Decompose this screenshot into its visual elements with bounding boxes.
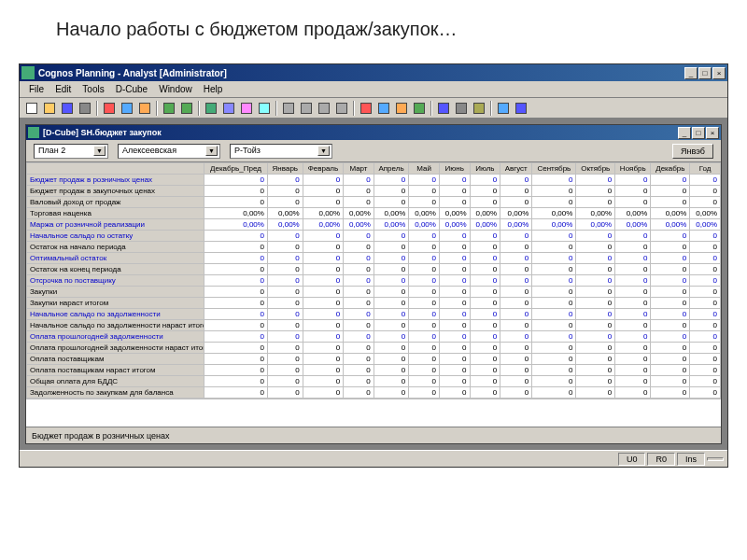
- menu-tools[interactable]: Tools: [77, 82, 109, 96]
- cell[interactable]: 0: [615, 320, 651, 331]
- col-header[interactable]: Февраль: [303, 163, 343, 175]
- cell[interactable]: 0: [344, 242, 374, 253]
- menu-help[interactable]: Help: [198, 82, 229, 96]
- cell[interactable]: 0: [344, 365, 374, 376]
- filter4-button[interactable]: [333, 100, 350, 117]
- cell[interactable]: 0: [532, 376, 576, 387]
- cell[interactable]: 0,00%: [344, 208, 374, 219]
- chart-button[interactable]: [358, 100, 374, 117]
- row-header[interactable]: Остаток на начало периода: [27, 242, 204, 253]
- cell[interactable]: 0: [500, 264, 532, 275]
- col-header[interactable]: Август: [500, 163, 532, 175]
- cut-button[interactable]: [101, 100, 118, 117]
- table-button[interactable]: [375, 100, 392, 117]
- cell[interactable]: 0: [470, 354, 500, 365]
- cell[interactable]: 0: [409, 354, 440, 365]
- cell[interactable]: 0,00%: [576, 219, 615, 231]
- cell[interactable]: 0: [267, 275, 303, 287]
- cell[interactable]: 0: [690, 298, 721, 309]
- cell[interactable]: 0: [532, 197, 576, 208]
- cell[interactable]: 0: [651, 242, 690, 253]
- cell[interactable]: 0: [267, 298, 303, 309]
- row-header[interactable]: Отсрочка по поставщику: [27, 275, 204, 287]
- cell[interactable]: 0: [267, 343, 303, 354]
- cell[interactable]: 0: [303, 309, 343, 320]
- cell[interactable]: 0: [344, 320, 374, 331]
- cell[interactable]: 0: [267, 197, 303, 208]
- cell[interactable]: 0: [303, 197, 343, 208]
- cell[interactable]: 0: [409, 387, 440, 399]
- inner-minimize-button[interactable]: _: [678, 127, 691, 139]
- cell[interactable]: 0: [303, 298, 343, 309]
- cell[interactable]: 0: [690, 320, 721, 331]
- cell[interactable]: 0: [690, 242, 721, 253]
- cell[interactable]: 0: [344, 309, 374, 320]
- cell[interactable]: 0,00%: [651, 208, 690, 219]
- cell[interactable]: 0: [470, 365, 500, 376]
- row-header[interactable]: Закупки: [27, 287, 204, 298]
- cell[interactable]: 0: [204, 264, 268, 275]
- cell[interactable]: 0: [374, 343, 409, 354]
- cell[interactable]: 0: [470, 387, 500, 399]
- cell[interactable]: 0: [204, 231, 268, 242]
- cell[interactable]: 0: [500, 298, 532, 309]
- cell[interactable]: 0: [615, 264, 651, 275]
- cell[interactable]: 0: [267, 264, 303, 275]
- cell[interactable]: 0: [500, 186, 532, 197]
- cell[interactable]: 0: [439, 298, 470, 309]
- row-header[interactable]: Начальное сальдо по задолженности нараст…: [27, 320, 204, 331]
- cell[interactable]: 0: [204, 387, 268, 399]
- cell[interactable]: 0: [409, 253, 440, 264]
- cell[interactable]: 0: [409, 197, 440, 208]
- cell[interactable]: 0,00%: [204, 208, 268, 219]
- cell[interactable]: 0: [303, 287, 343, 298]
- cell[interactable]: 0: [651, 298, 690, 309]
- refresh-button[interactable]: [435, 100, 452, 117]
- cell[interactable]: 0: [344, 186, 374, 197]
- cell[interactable]: 0: [439, 365, 470, 376]
- copy-button[interactable]: [119, 100, 135, 117]
- cell[interactable]: 0: [374, 275, 409, 287]
- cell[interactable]: 0: [374, 242, 409, 253]
- cell[interactable]: 0: [409, 231, 440, 242]
- cell[interactable]: 0: [532, 231, 576, 242]
- menu-file[interactable]: File: [23, 82, 49, 96]
- cell[interactable]: 0: [532, 287, 576, 298]
- help-button[interactable]: [513, 100, 529, 117]
- row-header[interactable]: Общая оплата для БДДС: [27, 376, 204, 387]
- new-button[interactable]: [23, 100, 40, 117]
- cell[interactable]: 0: [439, 197, 470, 208]
- cell[interactable]: 0,00%: [439, 208, 470, 219]
- cell[interactable]: 0,00%: [532, 219, 576, 231]
- cell[interactable]: 0: [576, 387, 615, 399]
- cell[interactable]: 0: [470, 242, 500, 253]
- cell[interactable]: 0: [615, 253, 651, 264]
- cell[interactable]: 0: [204, 197, 268, 208]
- undo-button[interactable]: [161, 100, 177, 117]
- cell[interactable]: 0: [409, 376, 440, 387]
- filter-product-combo[interactable]: Р-Тойз: [230, 144, 332, 159]
- cell[interactable]: 0,00%: [409, 208, 440, 219]
- cell[interactable]: 0: [470, 298, 500, 309]
- cell[interactable]: 0: [615, 331, 651, 343]
- cell[interactable]: 0: [267, 175, 303, 186]
- cell[interactable]: 0: [500, 197, 532, 208]
- col-header[interactable]: Апрель: [374, 163, 409, 175]
- row-header[interactable]: Начальное сальдо по остатку: [27, 231, 204, 242]
- cell[interactable]: 0: [374, 309, 409, 320]
- cell[interactable]: 0: [576, 298, 615, 309]
- cell[interactable]: 0: [532, 298, 576, 309]
- cell[interactable]: 0: [303, 365, 343, 376]
- cube-button[interactable]: [203, 100, 219, 117]
- cell[interactable]: 0: [651, 387, 690, 399]
- cell[interactable]: 0: [303, 253, 343, 264]
- refresh-button[interactable]: Янвэб: [672, 144, 713, 159]
- cell[interactable]: 0: [615, 387, 651, 399]
- cell[interactable]: 0: [576, 264, 615, 275]
- cell[interactable]: 0: [576, 287, 615, 298]
- cell[interactable]: 0,00%: [409, 219, 440, 231]
- cell[interactable]: 0: [651, 331, 690, 343]
- cell[interactable]: 0: [374, 354, 409, 365]
- cell[interactable]: 0: [651, 253, 690, 264]
- cell[interactable]: 0: [470, 275, 500, 287]
